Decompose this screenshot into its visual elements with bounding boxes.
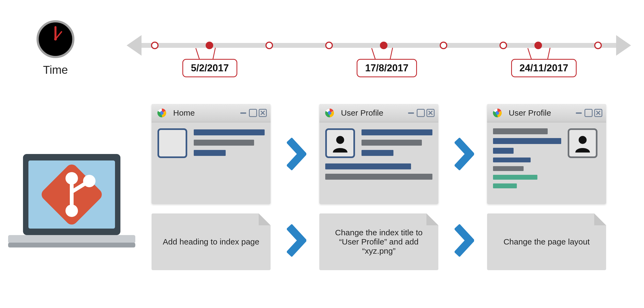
chrome-icon — [325, 108, 334, 118]
content-bar — [493, 175, 537, 180]
close-icon[interactable]: ✕ — [594, 109, 602, 117]
titlebar: Home ✕ — [152, 104, 271, 122]
timeline-tick — [440, 42, 447, 49]
time-label: Time — [32, 63, 78, 76]
svg-point-19 — [67, 174, 76, 183]
content-bar — [493, 158, 531, 162]
avatar-icon — [325, 128, 355, 158]
timeline-tick-filled — [206, 42, 213, 49]
timeline-arrow-left-icon — [127, 35, 142, 56]
close-icon[interactable]: ✕ — [259, 109, 267, 117]
laptop-git-icon — [8, 151, 135, 254]
date-callout: 5/2/2017 — [182, 59, 237, 77]
commit-message-1: Add heading to index page — [152, 213, 271, 270]
content-bar — [493, 183, 517, 188]
maximize-icon[interactable] — [584, 109, 593, 117]
next-arrow-icon — [287, 224, 306, 257]
svg-rect-12 — [8, 235, 135, 243]
minimize-icon[interactable] — [407, 109, 415, 117]
titlebar: User Profile ✕ — [487, 104, 606, 122]
timeline-tick — [151, 42, 159, 49]
window-title: User Profile — [341, 108, 383, 118]
avatar-icon — [568, 128, 597, 158]
content-bar — [194, 129, 265, 135]
clock-icon — [37, 20, 74, 58]
content-bar — [325, 163, 411, 169]
content-bar — [493, 166, 524, 171]
browser-window-3: User Profile ✕ — [487, 104, 606, 204]
browser-window-1: Home ✕ — [152, 104, 271, 204]
timeline-tick — [594, 42, 602, 49]
next-arrow-icon — [455, 224, 474, 257]
titlebar: User Profile ✕ — [319, 104, 438, 122]
maximize-icon[interactable] — [249, 109, 257, 117]
svg-point-3 — [54, 38, 57, 41]
timeline-arrow-right-icon — [616, 35, 631, 56]
commit-message-2: Change the index title to “User Profile”… — [319, 213, 438, 270]
svg-point-11 — [579, 136, 586, 144]
minimize-icon[interactable] — [239, 109, 247, 117]
timeline-tick-filled — [534, 42, 542, 49]
timeline: 5/2/201717/8/201724/11/2017 — [130, 39, 628, 52]
timeline-tick — [265, 42, 273, 49]
window-controls: ✕ — [575, 109, 602, 117]
content-bar — [362, 140, 422, 146]
window-controls: ✕ — [239, 109, 267, 117]
svg-point-20 — [67, 206, 76, 215]
content-bar — [194, 150, 226, 156]
empty-avatar-box — [157, 128, 187, 158]
next-arrow-icon — [287, 138, 306, 170]
window-title: User Profile — [509, 108, 551, 118]
close-icon[interactable]: ✕ — [426, 109, 435, 117]
timeline-tick — [325, 42, 333, 49]
content-bar — [362, 129, 432, 135]
window-title: Home — [173, 108, 195, 118]
chrome-icon — [492, 108, 502, 118]
maximize-icon[interactable] — [417, 109, 425, 117]
content-bar — [493, 148, 514, 154]
commit-message-3: Change the page layout — [487, 213, 606, 270]
window-controls: ✕ — [407, 109, 435, 117]
date-callout: 17/8/2017 — [357, 59, 417, 77]
content-bar — [362, 150, 393, 156]
timeline-tick — [500, 42, 507, 49]
timeline-tick-filled — [380, 42, 387, 49]
minimize-icon[interactable] — [575, 109, 583, 117]
svg-rect-13 — [8, 243, 135, 247]
browser-window-2: User Profile ✕ — [319, 104, 438, 204]
content-bar — [194, 140, 254, 146]
content-bar — [493, 138, 561, 144]
svg-point-21 — [85, 177, 94, 185]
content-bar — [325, 174, 432, 180]
date-callout: 24/11/2017 — [511, 59, 577, 77]
svg-point-8 — [336, 136, 344, 144]
chrome-icon — [157, 108, 167, 118]
next-arrow-icon — [455, 138, 474, 170]
content-bar — [493, 128, 548, 134]
